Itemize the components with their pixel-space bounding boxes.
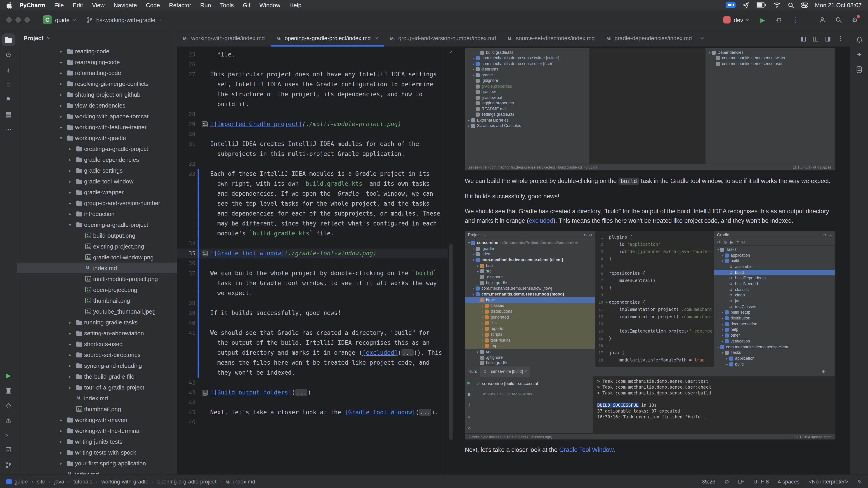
services-tool-button[interactable]: ▣ xyxy=(2,384,15,397)
database-tool-button[interactable] xyxy=(853,63,866,76)
editor-line[interactable]: 34 xyxy=(177,238,447,249)
battery-icon[interactable] xyxy=(756,2,766,8)
scrollbar-thumb[interactable] xyxy=(450,243,453,440)
tree-item-working-with-feature-trainer[interactable]: ▸working-with-feature-trainer xyxy=(17,122,177,132)
breadcrumb-opening-a-gradle-project[interactable]: opening-a-gradle-project xyxy=(157,478,217,485)
editor-line[interactable]: 28 xyxy=(177,109,447,119)
notifications-tool-button[interactable] xyxy=(853,33,866,46)
code-with-me-button[interactable] xyxy=(815,13,829,27)
editor-tab-gradle-dependencies-index-md[interactable]: M↓gradle-dependencies/index.md xyxy=(600,30,698,46)
breadcrumb-site[interactable]: site xyxy=(37,478,45,485)
layout-editor-only-icon[interactable]: ◧ xyxy=(800,35,806,42)
chevron-collapsed-icon[interactable]: ▸ xyxy=(66,374,74,379)
run-gutter-icon[interactable]: ▶ xyxy=(604,299,609,306)
editor-tab-opening-a-gradle-project-index-md[interactable]: M↓opening-a-gradle-project/index.md× xyxy=(271,30,384,46)
tree-item-index-md[interactable]: M↓index.md xyxy=(17,393,177,403)
more-actions-button[interactable]: ⋮ xyxy=(788,13,802,27)
chevron-collapsed-icon[interactable]: ▸ xyxy=(57,461,65,466)
chevron-collapsed-icon[interactable]: ▸ xyxy=(66,363,74,368)
line-ending-widget[interactable]: LF xyxy=(738,478,744,485)
editor-line[interactable]: 36 xyxy=(177,258,447,268)
editor-line[interactable]: 27This particular project does not have … xyxy=(177,70,447,79)
tree-item-reading-code[interactable]: ▸reading-code xyxy=(17,46,177,57)
chevron-collapsed-icon[interactable]: ▸ xyxy=(57,125,65,129)
tree-item-setting-an-abbreviation[interactable]: ▸setting-an-abbreviation xyxy=(17,328,177,338)
tree-item-working-with-gradle[interactable]: ▾working-with-gradle xyxy=(17,132,177,143)
editor-line[interactable]: 33Each of these IntelliJ IDEA modules is… xyxy=(177,169,447,179)
chevron-collapsed-icon[interactable]: ▸ xyxy=(66,179,74,184)
tree-item-writing-tests-with-spock[interactable]: ▸writing-tests-with-spock xyxy=(17,447,177,458)
tree-item-resolving-git-merge-conflicts[interactable]: ▸resolving-git-merge-conflicts xyxy=(17,78,177,89)
close-window-button[interactable] xyxy=(6,17,12,23)
markdown-link[interactable]: ![Gradle tool window] xyxy=(210,250,285,257)
shot2-gradle-task-buildneeded[interactable]: ⚙buildNeeded xyxy=(714,281,835,287)
shot2-project-item-tmp[interactable]: ▸tmp xyxy=(465,343,595,349)
shot2-project-item-test-results[interactable]: ▸test-results xyxy=(465,337,595,343)
editor-line[interactable]: 40 xyxy=(177,318,447,328)
tree-item-gradle-tool-window[interactable]: ▸gradle-tool-window xyxy=(17,176,177,187)
rerun-icon[interactable]: ▶ xyxy=(467,378,471,388)
editor-more-options-icon[interactable]: ⋮ xyxy=(837,35,844,42)
chevron-collapsed-icon[interactable]: ▸ xyxy=(57,450,65,455)
tree-item-tour-of-a-gradle-project[interactable]: ▸tour-of-a-gradle-project xyxy=(17,382,177,393)
editor-line[interactable]: module's `build.gradle.kts` file. xyxy=(177,229,447,238)
shot2-project-item-gitignore[interactable]: .gitignore xyxy=(465,355,595,360)
shot2-project-item-build[interactable]: ▸build xyxy=(465,263,595,269)
tree-item-gradle-tool-window-png[interactable]: gradle-tool-window.png xyxy=(17,252,177,263)
chevron-collapsed-icon[interactable]: ▸ xyxy=(57,428,65,433)
menubar-item-file[interactable]: File xyxy=(50,2,68,8)
list-icon[interactable]: ≡ xyxy=(468,412,470,422)
editor-tab-working-with-gradle-index-md[interactable]: M↓working-with-gradle/index.md xyxy=(177,30,271,46)
shot2-project-item-idea[interactable]: ▸.idea xyxy=(465,252,595,257)
editor-line[interactable]: 37We can build the whole project by doub… xyxy=(177,268,447,278)
breadcrumb-guide[interactable]: guide xyxy=(6,478,28,485)
file-writable-icon[interactable]: ✎ xyxy=(857,478,862,485)
attach-icon[interactable]: ⊕ xyxy=(723,237,727,247)
tree-item-working-with-maven[interactable]: ▸working-with-maven xyxy=(17,414,177,425)
layout-split-icon[interactable]: ◫ xyxy=(813,35,818,42)
caret-position-widget[interactable]: 35:23 xyxy=(702,478,715,485)
shot2-project-item-src[interactable]: ▸src xyxy=(465,269,595,274)
tree-item-the-build-gradle-file[interactable]: ▸the-build-gradle-file xyxy=(17,371,177,382)
editor-line[interactable]: output directory and marks it in orange … xyxy=(177,348,447,358)
chevron-collapsed-icon[interactable]: ▸ xyxy=(57,113,65,119)
tree-item-youtube-thumbnail-jpeg[interactable]: youtube_thumbnail.jpeg xyxy=(17,306,177,317)
tree-item-rearranging-code[interactable]: ▸rearranging-code xyxy=(17,57,177,67)
editor-line[interactable]: the structure of the project, its depend… xyxy=(177,90,447,99)
gear-icon[interactable]: ⚙ xyxy=(589,231,592,240)
markdown-link[interactable]: ![Imported Gradle project] xyxy=(210,121,302,127)
tree-item-source-set-directories[interactable]: ▸source-set-directories xyxy=(17,349,177,360)
shot2-project-item-build[interactable]: ▾build xyxy=(465,297,595,303)
shot2-gradle-task-application[interactable]: ▸application xyxy=(714,252,835,258)
chevron-collapsed-icon[interactable]: ▸ xyxy=(57,59,65,64)
shot2-project-item-reports[interactable]: ▸reports xyxy=(465,326,595,332)
tree-item-multi-module-project-png[interactable]: multi-module-project.png xyxy=(17,273,177,284)
chevron-collapsed-icon[interactable]: ▸ xyxy=(57,48,65,54)
shot2-gradle-task-testclasses[interactable]: ⚙testClasses xyxy=(714,304,835,310)
chevron-collapsed-icon[interactable]: ▸ xyxy=(57,417,65,422)
menubar-item-edit[interactable]: Edit xyxy=(68,2,88,8)
fullscreen-window-button[interactable] xyxy=(24,17,30,23)
interpreter-widget[interactable]: <No interpreter> xyxy=(809,478,848,485)
chevron-collapsed-icon[interactable]: ▸ xyxy=(66,146,74,151)
editor-scrollbar[interactable]: ✓ xyxy=(447,47,454,475)
chevron-collapsed-icon[interactable]: ▸ xyxy=(66,385,74,390)
embedded-image-multi-module-project[interactable]: build.gradle.kts▸com.mechanitis.demo.sen… xyxy=(465,48,835,171)
close-tab-icon[interactable]: × xyxy=(525,367,527,377)
editor-line[interactable]: 45Next, let's take a closer look at the … xyxy=(177,408,447,418)
shot2-gradle-task-verification[interactable]: ▸verification xyxy=(714,338,835,344)
project-panel-header[interactable]: Project xyxy=(17,30,177,46)
chevron-collapsed-icon[interactable]: ▸ xyxy=(66,157,74,162)
shot2-gradle-task-application[interactable]: ▸application xyxy=(714,356,835,361)
editor-line[interactable]: 26 xyxy=(177,60,447,70)
markdown-link[interactable]: [Gradle Tool Window] xyxy=(345,409,415,416)
editor-line[interactable]: 42 xyxy=(177,378,447,388)
chevron-collapsed-icon[interactable]: ▸ xyxy=(57,92,65,97)
shot2-gradle-task-assemble[interactable]: ⚙assemble xyxy=(714,264,835,269)
editor-line[interactable]: and dependencies for each of the subproj… xyxy=(177,209,447,219)
preview-link[interactable]: excluded xyxy=(529,217,553,224)
problems-tool-button[interactable]: ⚠ xyxy=(2,414,15,427)
tree-item-gradle-dependencies[interactable]: ▸gradle-dependencies xyxy=(17,154,177,165)
telegram-icon[interactable] xyxy=(742,2,749,8)
editor-tab-group-id-and-version-number-index-md[interactable]: M↓group-id-and-version-number/index.md xyxy=(384,30,502,46)
